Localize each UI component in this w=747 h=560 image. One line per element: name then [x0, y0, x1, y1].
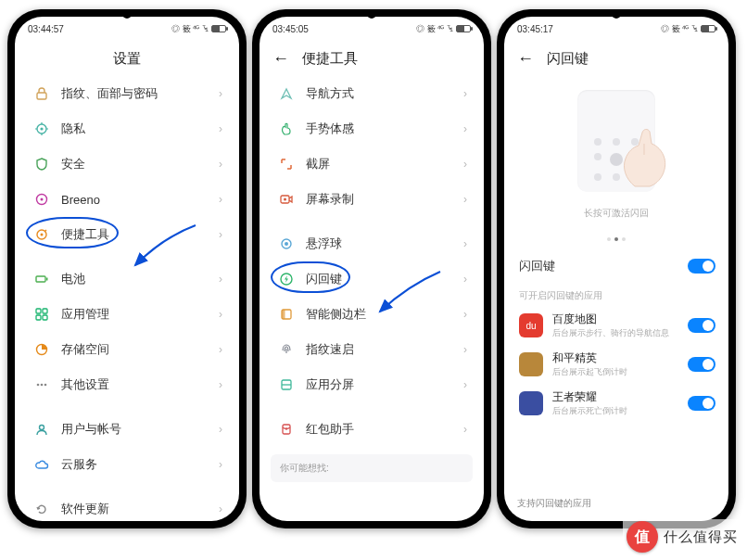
watermark: 值 什么值得买 [623, 519, 741, 554]
tool-item-fingerprint[interactable]: 指纹速启› [263, 332, 480, 367]
tool-item-record[interactable]: 屏幕录制› [263, 182, 480, 217]
settings-item-update[interactable]: 软件更新› [19, 491, 235, 521]
chevron-right-icon: › [219, 122, 222, 135]
camera-notch [367, 9, 376, 19]
tool-item-sidebar[interactable]: 智能侧边栏› [263, 297, 480, 332]
settings-item-privacy[interactable]: 隐私› [19, 111, 235, 146]
keypad-graphic [577, 90, 655, 192]
footer-hint: 支持闪回键的应用 [504, 491, 728, 515]
page-title: 闪回键 [547, 50, 589, 68]
settings-item-tools[interactable]: 便捷工具› [19, 217, 235, 252]
tool-item-label: 应用分屏 [306, 376, 354, 393]
settings-item-cloud[interactable]: 云服务› [19, 447, 235, 482]
settings-item-user[interactable]: 用户与帐号› [19, 412, 235, 447]
status-indicators: ◎ 䉤 ⁴ᴳ ꔃ [171, 23, 226, 35]
chevron-right-icon: › [463, 343, 467, 356]
status-bar: 03:44:57 ◎ 䉤 ⁴ᴳ ꔃ [15, 17, 239, 41]
chevron-right-icon: › [219, 343, 222, 356]
settings-item-label: 指纹、面部与密码 [61, 85, 158, 102]
settings-item-apps[interactable]: 应用管理› [19, 297, 235, 332]
settings-item-battery[interactable]: 电池› [19, 261, 235, 297]
screen-flashback: 03:45:17 ◎ 䉤 ⁴ᴳ ꔃ ← 闪回键 [504, 17, 728, 521]
flashback-toggle-row[interactable]: 闪回键 [504, 248, 728, 284]
settings-item-label: 应用管理 [61, 306, 109, 323]
app-name: 百度地图 [552, 312, 669, 327]
settings-item-more[interactable]: 其他设置› [19, 367, 235, 402]
app-list: du百度地图后台展示步行、骑行的导航信息和平精英后台展示起飞倒计时王者荣耀后台展… [504, 306, 728, 423]
tool-item-label: 智能侧边栏 [306, 306, 366, 323]
page-title: 便捷工具 [302, 50, 358, 68]
clock: 03:45:05 [272, 24, 309, 34]
chevron-right-icon: › [463, 423, 467, 436]
settings-item-label: 云服务 [61, 456, 97, 473]
back-icon[interactable]: ← [517, 50, 534, 67]
nav-icon [278, 85, 295, 102]
user-icon [33, 421, 50, 438]
app-text: 百度地图后台展示步行、骑行的导航信息 [552, 312, 669, 339]
status-indicators: ◎ 䉤 ⁴ᴳ ꔃ [416, 23, 471, 35]
chevron-right-icon: › [463, 273, 467, 286]
status-bar: 03:45:17 ◎ 䉤 ⁴ᴳ ꔃ [504, 17, 728, 41]
svg-point-4 [41, 198, 44, 201]
tool-item-flash[interactable]: 闪回键› [263, 261, 480, 297]
svg-rect-9 [36, 309, 41, 313]
fingerprint-icon [278, 341, 295, 358]
tool-item-label: 手势体感 [306, 121, 354, 137]
phone-frame-1: 03:44:57 ◎ 䉤 ⁴ᴳ ꔃ 设置 指纹、面部与密码›隐私›安全›Bree… [7, 9, 247, 528]
svg-point-2 [40, 127, 43, 130]
toggle-switch[interactable] [688, 357, 715, 372]
app-row[interactable]: 王者荣耀后台展示死亡倒计时 [504, 384, 728, 423]
toggle-switch[interactable] [688, 396, 715, 411]
app-icon [519, 391, 543, 415]
app-text: 王者荣耀后台展示死亡倒计时 [552, 389, 627, 417]
back-icon[interactable]: ← [272, 50, 289, 67]
svg-point-16 [44, 384, 47, 387]
tool-item-gesture[interactable]: 手势体感› [263, 111, 480, 146]
chevron-right-icon: › [463, 122, 467, 135]
svg-rect-7 [36, 276, 45, 282]
screenshot-icon [278, 156, 295, 172]
settings-item-breeano[interactable]: Breeno› [19, 182, 235, 217]
page-title: 设置 [15, 41, 239, 76]
more-icon [33, 376, 50, 393]
settings-item-label: 用户与帐号 [61, 421, 121, 438]
tool-item-screenshot[interactable]: 截屏› [263, 146, 480, 182]
camera-notch [612, 9, 621, 19]
settings-item-label: 安全 [61, 156, 85, 172]
settings-item-lock[interactable]: 指纹、面部与密码› [19, 76, 235, 111]
settings-list[interactable]: 指纹、面部与密码›隐私›安全›Breeno›便捷工具›电池›应用管理›存储空间›… [15, 76, 239, 521]
app-row[interactable]: 和平精英后台展示起飞倒计时 [504, 345, 728, 384]
app-sub: 后台展示步行、骑行的导航信息 [552, 327, 669, 339]
tool-item-label: 导航方式 [306, 85, 354, 102]
battery-icon [456, 25, 471, 32]
settings-item-storage[interactable]: 存储空间› [19, 332, 235, 367]
chevron-right-icon: › [219, 423, 222, 436]
cloud-icon [33, 456, 50, 473]
breeano-icon [33, 191, 50, 208]
toggle-switch[interactable] [688, 259, 715, 274]
update-icon [33, 501, 50, 517]
status-extra: ◎ 䉤 ⁴ᴳ ꔃ [416, 23, 453, 35]
battery-icon [211, 25, 226, 32]
svg-rect-11 [36, 315, 41, 320]
chevron-right-icon: › [219, 458, 222, 471]
tools-list[interactable]: 导航方式›手势体感›截屏›屏幕录制›悬浮球›闪回键›智能侧边栏›指纹速启›应用分… [260, 76, 484, 447]
toggle-switch[interactable] [688, 318, 715, 333]
phone-frame-3: 03:45:17 ◎ 䉤 ⁴ᴳ ꔃ ← 闪回键 [497, 9, 736, 528]
apps-icon [33, 306, 50, 323]
tool-item-split[interactable]: 应用分屏› [263, 367, 480, 402]
tool-item-float[interactable]: 悬浮球› [263, 226, 480, 261]
chevron-right-icon: › [463, 158, 467, 171]
tool-item-label: 红包助手 [306, 421, 354, 438]
illustration: 长按可激活闪回 [504, 76, 728, 234]
app-row[interactable]: du百度地图后台展示步行、骑行的导航信息 [504, 306, 728, 345]
split-icon [278, 376, 295, 393]
tool-item-redpacket[interactable]: 红包助手› [263, 412, 480, 447]
screen-settings: 03:44:57 ◎ 䉤 ⁴ᴳ ꔃ 设置 指纹、面部与密码›隐私›安全›Bree… [15, 17, 239, 521]
settings-item-shield[interactable]: 安全› [19, 146, 235, 182]
svg-rect-0 [37, 93, 46, 99]
search-hint[interactable]: 你可能想找: [271, 454, 473, 482]
app-icon: du [519, 313, 543, 337]
svg-point-28 [285, 427, 287, 429]
tool-item-nav[interactable]: 导航方式› [263, 76, 480, 111]
